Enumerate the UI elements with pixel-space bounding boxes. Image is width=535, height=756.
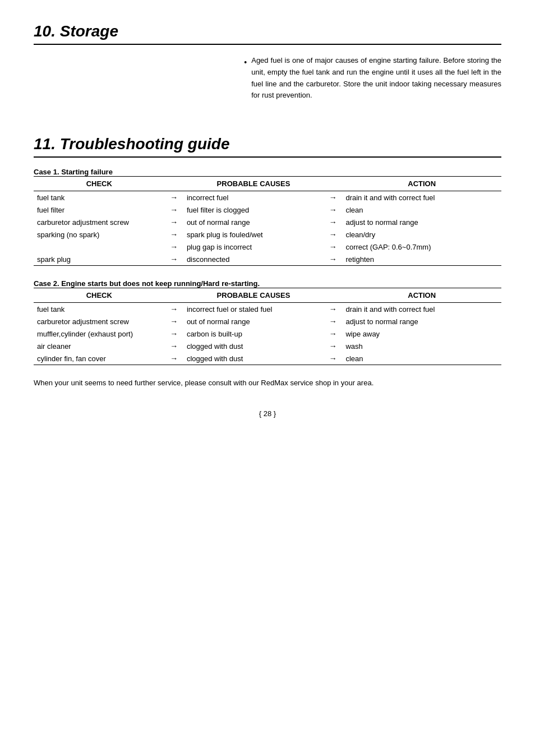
table-row: fuel tank → incorrect fuel or staled fue… (34, 303, 501, 316)
arrow-cell: → (165, 241, 183, 253)
case1-th-arrow1 (165, 177, 183, 191)
case1-th-check: CHECK (34, 177, 165, 191)
arrow-cell2: → (324, 315, 342, 328)
arrow-cell: → (165, 204, 183, 216)
arrow-cell2: → (324, 216, 342, 228)
check-cell: carburetor adjustment screw (34, 216, 165, 228)
page-number: { 28 } (34, 409, 501, 418)
check-cell: fuel tank (34, 191, 165, 204)
storage-content: • Aged fuel is one of major causes of en… (34, 55, 501, 102)
causes-cell: out of normal range (183, 216, 324, 228)
check-cell: air cleaner (34, 340, 165, 352)
arrow-cell2: → (324, 303, 342, 316)
case1-th-causes: PROBABLE CAUSES (183, 177, 324, 191)
causes-cell: clogged with dust (183, 352, 324, 365)
case1-table: CHECK PROBABLE CAUSES ACTION fuel tank →… (34, 176, 501, 266)
table-row: cylinder fin, fan cover → clogged with d… (34, 352, 501, 365)
causes-cell: out of normal range (183, 315, 324, 328)
arrow-cell: → (165, 303, 183, 316)
case1-th-action: ACTION (342, 177, 501, 191)
case1-label: Case 1. Starting failure (34, 168, 501, 176)
check-cell (34, 241, 165, 253)
action-cell: correct (GAP: 0.6~0.7mm) (342, 241, 501, 253)
causes-cell: fuel filter is clogged (183, 204, 324, 216)
arrow-cell: → (165, 216, 183, 228)
storage-section: 10. Storage • Aged fuel is one of major … (34, 22, 501, 102)
action-cell: adjust to normal range (342, 315, 501, 328)
case2-th-causes: PROBABLE CAUSES (183, 288, 324, 303)
case2-th-action: ACTION (342, 288, 501, 303)
action-cell: clean (342, 204, 501, 216)
table-row: → plug gap is incorrect → correct (GAP: … (34, 241, 501, 253)
action-cell: wash (342, 340, 501, 352)
arrow-cell: → (165, 340, 183, 352)
table-row: spark plug → disconnected → retighten (34, 253, 501, 266)
footer-note: When your unit seems to need further ser… (34, 379, 501, 387)
storage-bullet: • Aged fuel is one of major causes of en… (244, 55, 501, 102)
arrow-cell2: → (324, 340, 342, 352)
case2-table: CHECK PROBABLE CAUSES ACTION fuel tank →… (34, 288, 501, 365)
case2-th-arrow1 (165, 288, 183, 303)
causes-cell: carbon is built-up (183, 328, 324, 340)
storage-text: • Aged fuel is one of major causes of en… (244, 55, 501, 102)
arrow-cell: → (165, 253, 183, 266)
case2-header-row: CHECK PROBABLE CAUSES ACTION (34, 288, 501, 303)
causes-cell: disconnected (183, 253, 324, 266)
case2-th-check: CHECK (34, 288, 165, 303)
check-cell: muffler,cylinder (exhaust port) (34, 328, 165, 340)
arrow-cell2: → (324, 191, 342, 204)
arrow-cell2: → (324, 228, 342, 241)
causes-cell: incorrect fuel (183, 191, 324, 204)
case2-label: Case 2. Engine starts but does not keep … (34, 279, 501, 288)
storage-divider (34, 44, 501, 45)
causes-cell: clogged with dust (183, 340, 324, 352)
storage-paragraph: Aged fuel is one of major causes of engi… (251, 55, 501, 102)
arrow-cell: → (165, 228, 183, 241)
arrow-cell2: → (324, 241, 342, 253)
arrow-cell: → (165, 315, 183, 328)
arrow-cell2: → (324, 328, 342, 340)
check-cell: spark plug (34, 253, 165, 266)
table-row: muffler,cylinder (exhaust port) → carbon… (34, 328, 501, 340)
arrow-cell2: → (324, 352, 342, 365)
check-cell: carburetor adjustment screw (34, 315, 165, 328)
check-cell: fuel filter (34, 204, 165, 216)
troubleshooting-title: 11. Troubleshooting guide (34, 135, 501, 153)
check-cell: fuel tank (34, 303, 165, 316)
action-cell: adjust to normal range (342, 216, 501, 228)
arrow-cell: → (165, 328, 183, 340)
causes-cell: spark plug is fouled/wet (183, 228, 324, 241)
table-row: fuel tank → incorrect fuel → drain it an… (34, 191, 501, 204)
arrow-cell: → (165, 352, 183, 365)
table-row: fuel filter → fuel filter is clogged → c… (34, 204, 501, 216)
case2-th-arrow2 (324, 288, 342, 303)
action-cell: drain it and with correct fuel (342, 191, 501, 204)
troubleshooting-section: 11. Troubleshooting guide Case 1. Starti… (34, 135, 501, 387)
action-cell: drain it and with correct fuel (342, 303, 501, 316)
action-cell: retighten (342, 253, 501, 266)
arrow-cell2: → (324, 253, 342, 266)
case1-header-row: CHECK PROBABLE CAUSES ACTION (34, 177, 501, 191)
arrow-cell2: → (324, 204, 342, 216)
arrow-cell: → (165, 191, 183, 204)
table-row: sparking (no spark) → spark plug is foul… (34, 228, 501, 241)
check-cell: cylinder fin, fan cover (34, 352, 165, 365)
table-row: carburetor adjustment screw → out of nor… (34, 216, 501, 228)
troubleshooting-divider (34, 156, 501, 158)
table-row: air cleaner → clogged with dust → wash (34, 340, 501, 352)
check-cell: sparking (no spark) (34, 228, 165, 241)
storage-title: 10. Storage (34, 22, 501, 40)
causes-cell: plug gap is incorrect (183, 241, 324, 253)
action-cell: clean/dry (342, 228, 501, 241)
bullet-dot: • (244, 56, 247, 68)
table-row: carburetor adjustment screw → out of nor… (34, 315, 501, 328)
action-cell: clean (342, 352, 501, 365)
causes-cell: incorrect fuel or staled fuel (183, 303, 324, 316)
action-cell: wipe away (342, 328, 501, 340)
case1-th-arrow2 (324, 177, 342, 191)
